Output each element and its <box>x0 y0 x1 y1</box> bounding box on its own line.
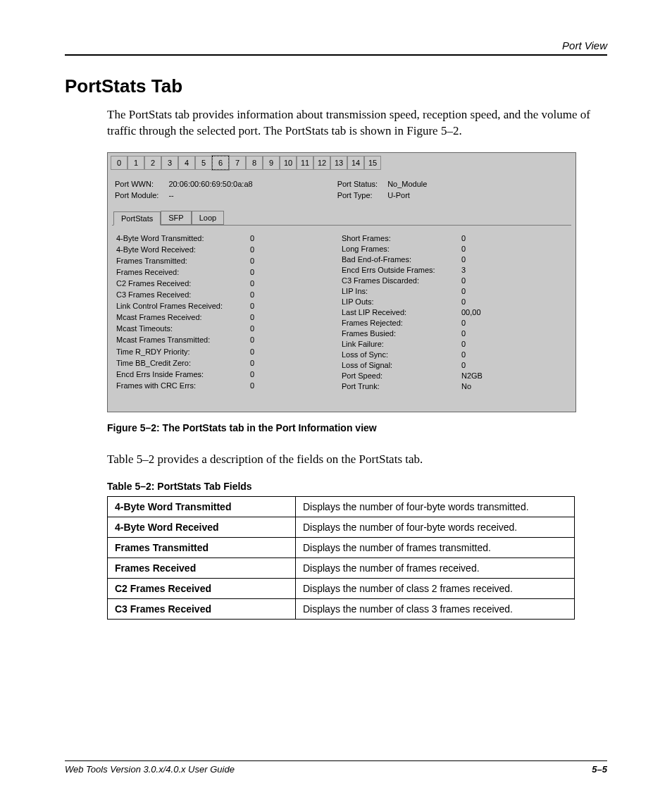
table-row: C3 Frames ReceivedDisplays the number of… <box>108 598 575 619</box>
stat-value: 0 <box>461 276 504 285</box>
section-heading: PortStats Tab <box>65 75 607 97</box>
page-footer: Web Tools Version 3.0.x/4.0.x User Guide… <box>65 760 607 775</box>
stat-value: 0 <box>461 340 504 348</box>
stat-value: 0 <box>250 302 292 311</box>
stat-value: 0 <box>461 329 504 338</box>
stat-value: 0 <box>461 361 504 369</box>
portstats-screenshot: 0123456789101112131415 Port WWN: 20:06:0… <box>107 152 576 412</box>
fields-table: 4-Byte Word TransmittedDisplays the numb… <box>107 496 575 620</box>
port-type-value: U-Port <box>387 191 427 199</box>
stat-label: Link Control Frames Received: <box>116 302 250 311</box>
port-module-label: Port Module: <box>115 191 158 199</box>
stat-value: 0 <box>250 279 292 288</box>
stat-value: 0 <box>461 297 504 306</box>
port-tab-1[interactable]: 1 <box>127 156 144 170</box>
stat-value: 0 <box>250 347 292 357</box>
stat-label: Port Speed: <box>342 371 461 380</box>
stat-label: Last LIP Received: <box>342 308 461 316</box>
stat-value: 0 <box>250 381 292 390</box>
port-tab-14[interactable]: 14 <box>347 156 364 170</box>
field-desc: Displays the number of frames received. <box>296 557 575 578</box>
port-tab-5[interactable]: 5 <box>195 156 212 170</box>
field-desc: Displays the number of class 2 frames re… <box>296 578 575 598</box>
stat-label: Long Frames: <box>342 245 461 253</box>
port-status-value: No_Module <box>387 180 427 188</box>
field-name: C3 Frames Received <box>108 598 296 619</box>
stat-value: 3 <box>461 266 504 274</box>
footer-rule <box>65 760 607 761</box>
stat-value: 00,00 <box>461 308 504 316</box>
stat-value: 0 <box>461 255 504 264</box>
field-desc: Displays the number of four-byte words t… <box>296 496 575 517</box>
stat-value: 0 <box>461 234 504 242</box>
stat-value: No <box>461 382 504 390</box>
port-wwn-value: 20:06:00:60:69:50:0a:a8 <box>168 180 252 188</box>
running-header: Port View <box>65 39 607 51</box>
footer-title: Web Tools Version 3.0.x/4.0.x User Guide <box>65 764 235 775</box>
stat-value: 0 <box>250 370 292 379</box>
tab-loop[interactable]: Loop <box>192 211 224 225</box>
stat-value: 0 <box>461 287 504 295</box>
stat-label: Loss of Signal: <box>342 361 461 369</box>
port-tab-9[interactable]: 9 <box>263 156 280 170</box>
stats-left-column: 4-Byte Word Transmitted:04-Byte Word Rec… <box>116 234 292 390</box>
stat-value: 0 <box>461 319 504 327</box>
field-name: 4-Byte Word Received <box>108 517 296 537</box>
port-wwn-label: Port WWN: <box>115 180 158 188</box>
stat-label: Time BB_Credit Zero: <box>116 359 250 368</box>
field-name: Frames Received <box>108 557 296 578</box>
stat-value: 0 <box>250 257 292 266</box>
field-desc: Displays the number of four-byte words r… <box>296 517 575 537</box>
page-number: 5–5 <box>592 764 607 775</box>
stat-label: Bad End-of-Frames: <box>342 255 461 264</box>
stat-label: Encd Errs Inside Frames: <box>116 370 250 379</box>
stat-label: Mcast Frames Received: <box>116 313 250 322</box>
stat-label: Frames with CRC Errs: <box>116 381 250 390</box>
table-row: Frames ReceivedDisplays the number of fr… <box>108 557 575 578</box>
stat-value: 0 <box>250 359 292 368</box>
stat-label: C3 Frames Discarded: <box>342 276 461 285</box>
stat-label: C2 Frames Received: <box>116 279 250 288</box>
tab-portstats[interactable]: PortStats <box>113 211 161 226</box>
port-tab-12[interactable]: 12 <box>313 156 330 170</box>
table-row: C2 Frames ReceivedDisplays the number of… <box>108 578 575 598</box>
port-tab-8[interactable]: 8 <box>246 156 263 170</box>
stat-label: 4-Byte Word Transmitted: <box>116 234 250 243</box>
stat-label: LIP Outs: <box>342 297 461 306</box>
port-type-label: Port Type: <box>337 191 378 199</box>
port-tab-10[interactable]: 10 <box>280 156 297 170</box>
port-tab-11[interactable]: 11 <box>297 156 313 170</box>
port-number-tabstrip: 0123456789101112131415 <box>108 153 575 170</box>
port-tab-2[interactable]: 2 <box>144 156 161 170</box>
port-tab-6[interactable]: 6 <box>212 156 229 170</box>
port-status-label: Port Status: <box>337 180 378 188</box>
port-tab-0[interactable]: 0 <box>111 156 127 170</box>
stat-label: Frames Transmitted: <box>116 257 250 266</box>
stat-label: Encd Errs Outside Frames: <box>342 266 461 274</box>
table-row: 4-Byte Word ReceivedDisplays the number … <box>108 517 575 537</box>
field-name: C2 Frames Received <box>108 578 296 598</box>
table-intro-paragraph: Table 5–2 provides a description of the … <box>107 452 607 468</box>
table-row: 4-Byte Word TransmittedDisplays the numb… <box>108 496 575 517</box>
table-caption: Table 5–2: PortStats Tab Fields <box>107 481 607 492</box>
stat-label: Frames Received: <box>116 268 250 277</box>
port-info-bar: Port WWN: 20:06:00:60:69:50:0a:a8 Port M… <box>108 170 575 204</box>
document-page: Port View PortStats Tab The PortStats ta… <box>0 0 672 807</box>
port-tab-3[interactable]: 3 <box>161 156 178 170</box>
stat-value: 0 <box>250 335 292 345</box>
stat-label: Mcast Timeouts: <box>116 324 250 333</box>
port-module-value: -- <box>168 191 252 199</box>
field-name: 4-Byte Word Transmitted <box>108 496 296 517</box>
port-tab-4[interactable]: 4 <box>178 156 195 170</box>
field-desc: Displays the number of class 3 frames re… <box>296 598 575 619</box>
port-tab-15[interactable]: 15 <box>364 156 381 170</box>
tab-sfp[interactable]: SFP <box>161 211 191 225</box>
stats-pane: 4-Byte Word Transmitted:04-Byte Word Rec… <box>112 225 571 405</box>
stat-value: 0 <box>250 234 292 243</box>
stat-value: N2GB <box>461 371 504 380</box>
figure-caption: Figure 5–2: The PortStats tab in the Por… <box>107 422 607 433</box>
stat-label: Loss of Sync: <box>342 350 461 359</box>
port-tab-7[interactable]: 7 <box>229 156 246 170</box>
port-tab-13[interactable]: 13 <box>330 156 347 170</box>
stat-label: Mcast Frames Transmitted: <box>116 335 250 345</box>
